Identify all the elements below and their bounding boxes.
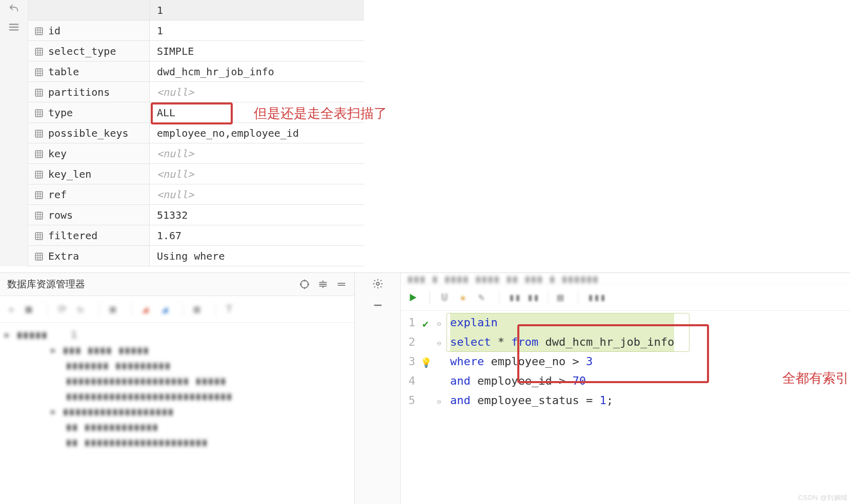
line-number: 1: [401, 313, 415, 332]
column-icon: [34, 26, 44, 35]
undo-icon[interactable]: [8, 3, 19, 14]
left-icon-gutter: [0, 0, 28, 266]
field-value: <null>: [150, 184, 364, 204]
field-value: <null>: [150, 82, 364, 102]
checkmark-icon: ✔: [422, 314, 429, 333]
field-value: SIMPLE: [150, 41, 364, 61]
field-name: id: [48, 25, 60, 37]
result-row-rows[interactable]: rows51332: [28, 205, 364, 225]
editor-toolbar: U★✎ ▮▮▮▮ ▤ ▮▮▮: [401, 284, 850, 311]
field-value: employee_no,employee_id: [150, 123, 364, 143]
field-value: <null>: [150, 143, 364, 163]
column-icon: [34, 149, 44, 158]
code-area[interactable]: 12345 ✔ 💡 ⊖ ⊖ ⊖ explainselect * from dwd…: [401, 311, 850, 504]
column-icon: [34, 170, 44, 179]
results-column-header[interactable]: 1: [150, 0, 364, 20]
result-row-select_type[interactable]: select_typeSIMPLE: [28, 41, 364, 61]
result-row-key_len[interactable]: key_len<null>: [28, 164, 364, 184]
result-row-id[interactable]: id1: [28, 20, 364, 41]
explain-results-panel: 1 id1select_typeSIMPLEtabledwd_hcm_hr_jo…: [28, 0, 364, 266]
code-line[interactable]: explain: [450, 313, 674, 332]
field-name: filtered: [48, 229, 97, 242]
db-explorer-title: 数据库资源管理器: [7, 278, 85, 291]
field-name: partitions: [48, 86, 110, 98]
editor-hidden-toolbar: ▮▮▮ ▮ ▮▮▮▮ ▮▮▮▮ ▮▮ ▮▮▮ ▮ ▮▮▮▮▮▮: [401, 273, 850, 284]
menu-icon[interactable]: [8, 22, 19, 33]
field-name: possible_keys: [48, 127, 129, 139]
minus-icon[interactable]: [372, 300, 383, 311]
db-tree[interactable]: ▸ ▮▮▮▮▮ 1 ▸ ▮▮▮ ▮▮▮▮ ▮▮▮▮▮ ▮▮▮▮▮▮▮ ▮▮▮▮▮…: [0, 323, 354, 504]
result-row-possible_keys[interactable]: possible_keysemployee_no,employee_id: [28, 123, 364, 143]
editor-settings-strip: [355, 273, 401, 504]
line-number: 3: [401, 352, 415, 371]
column-icon: [34, 190, 44, 199]
field-value: <null>: [150, 164, 364, 184]
field-name: Extra: [48, 250, 79, 262]
line-number: 2: [401, 332, 415, 352]
column-icon: [34, 47, 44, 56]
field-value: dwd_hcm_hr_job_info: [150, 61, 364, 81]
field-name: table: [48, 66, 79, 78]
code-line[interactable]: and employee_id > 70: [450, 371, 674, 391]
field-value: Using where: [150, 246, 364, 266]
column-icon: [34, 251, 44, 261]
results-header-row: 1: [28, 0, 364, 20]
line-number: 5: [401, 391, 415, 410]
target-icon[interactable]: [299, 279, 310, 290]
db-toolbar: ＋■ ⟳↻ ▣ ◢◢ ▦T: [0, 296, 354, 323]
gear-icon[interactable]: [372, 278, 383, 289]
field-value: 1: [150, 20, 364, 40]
result-row-table[interactable]: tabledwd_hcm_hr_job_info: [28, 61, 364, 82]
column-icon: [34, 108, 44, 117]
sql-editor-panel: ▮▮▮ ▮ ▮▮▮▮ ▮▮▮▮ ▮▮ ▮▮▮ ▮ ▮▮▮▮▮▮ U★✎ ▮▮▮▮…: [401, 273, 850, 504]
annotation-all-indexed: 全都有索引: [782, 369, 849, 387]
line-number: 4: [401, 371, 415, 391]
run-icon[interactable]: [407, 292, 418, 303]
field-name: key_len: [48, 168, 91, 180]
code-line[interactable]: where employee_no > 3: [450, 352, 674, 371]
result-row-key[interactable]: key<null>: [28, 143, 364, 164]
code-line[interactable]: and employee_status = 1;: [450, 391, 674, 410]
column-icon: [34, 67, 44, 76]
field-name: select_type: [48, 45, 116, 57]
result-row-filtered[interactable]: filtered1.67: [28, 225, 364, 246]
field-value: 1.67: [150, 225, 364, 245]
result-row-Extra[interactable]: ExtraUsing where: [28, 246, 364, 266]
collapse-all-icon[interactable]: [336, 279, 347, 290]
column-icon: [34, 211, 44, 220]
column-icon: [34, 129, 44, 138]
result-row-ref[interactable]: ref<null>: [28, 184, 364, 205]
field-name: ref: [48, 188, 67, 201]
database-explorer-panel: 数据库资源管理器 ＋■ ⟳↻ ▣ ◢◢ ▦T ▸ ▮▮▮▮▮ 1 ▸ ▮▮▮ ▮…: [0, 273, 355, 504]
column-icon: [34, 88, 44, 97]
field-name: rows: [48, 209, 73, 221]
csdn-watermark: CSDN @刘婉晴: [798, 493, 848, 502]
result-row-partitions[interactable]: partitions<null>: [28, 82, 364, 102]
bulb-icon[interactable]: 💡: [420, 353, 432, 372]
code-line[interactable]: select * from dwd_hcm_hr_job_info: [450, 332, 674, 352]
field-name: type: [48, 107, 73, 119]
expand-all-icon[interactable]: [317, 279, 329, 290]
annotation-full-scan: 但是还是走全表扫描了: [254, 104, 387, 122]
field-name: key: [48, 148, 67, 160]
field-value: 51332: [150, 205, 364, 225]
column-icon: [34, 231, 44, 240]
